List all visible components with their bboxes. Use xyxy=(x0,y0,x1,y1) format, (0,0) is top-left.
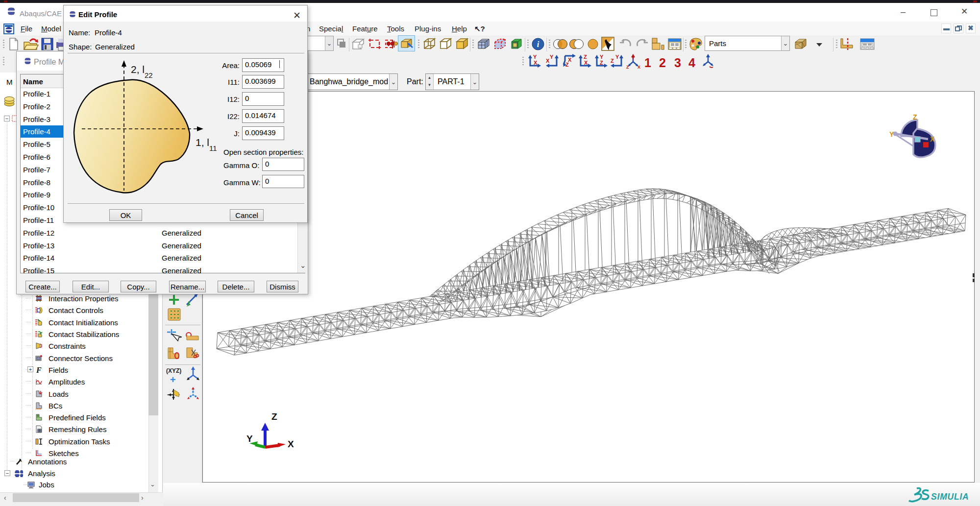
svg-text:X: X xyxy=(546,58,550,64)
svg-text:Y: Y xyxy=(246,434,253,444)
svg-text:Y: Y xyxy=(632,56,635,61)
svg-text:Y: Y xyxy=(889,130,894,138)
svg-text:Y: Y xyxy=(533,54,537,60)
svg-text:1, l: 1, l xyxy=(196,137,209,148)
svg-text:Z: Z xyxy=(271,411,277,422)
svg-text:Y: Y xyxy=(615,54,619,60)
svg-text:F: F xyxy=(36,366,42,374)
svg-text:Z: Z xyxy=(600,60,603,66)
svg-text:SIMULIA: SIMULIA xyxy=(931,492,969,502)
svg-text:Z: Z xyxy=(611,58,614,64)
svg-text:Z: Z xyxy=(584,54,587,60)
svg-text:11: 11 xyxy=(209,144,217,152)
svg-text:A: A xyxy=(19,458,22,463)
svg-text:i: i xyxy=(537,40,539,49)
svg-text:Y: Y xyxy=(600,54,604,60)
svg-text:X: X xyxy=(930,135,935,143)
svg-text:Z: Z xyxy=(913,113,917,121)
svg-text:Z: Z xyxy=(626,65,629,70)
svg-text:X: X xyxy=(637,65,640,70)
svg-text:X: X xyxy=(534,60,538,66)
svg-text:22: 22 xyxy=(145,71,153,79)
svg-text:X: X xyxy=(288,439,294,449)
svg-text:2, l: 2, l xyxy=(131,64,145,75)
svg-text:X: X xyxy=(584,60,588,66)
svg-text:Y: Y xyxy=(550,54,554,60)
svg-text:Z: Z xyxy=(565,62,569,68)
